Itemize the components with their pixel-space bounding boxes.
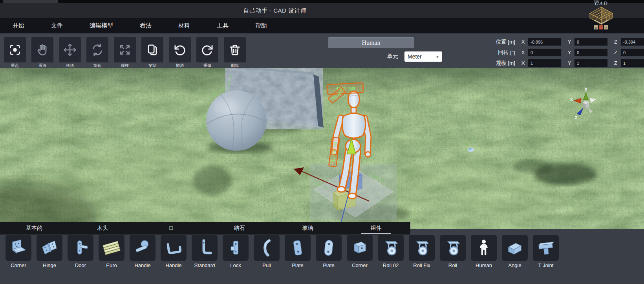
menu-help[interactable]: 帮助 [255,22,267,29]
scene-canvas[interactable]: 1,800 mm 1,000 mm 1,000 mm 1,160 mm 600 … [0,68,644,229]
palette-item-roll[interactable]: Roll [440,235,466,284]
palette-item-handle[interactable]: Handle [161,235,187,284]
menu-file[interactable]: 文件 [51,22,63,29]
grass-ground[interactable] [0,68,644,229]
toolbar-button-label: 撤消 [176,63,184,68]
palette-item-pull[interactable]: Pull [254,235,280,284]
unit-select[interactable]: Meter ▼ [404,51,442,62]
menu-material[interactable]: 材料 [178,22,190,29]
viewport-3d[interactable]: 1,800 mm 1,000 mm 1,000 mm 1,160 mm 600 … [0,68,644,229]
menu-bar: 开始 文件 编辑模型 看法 材料 工具 帮助 [0,18,644,33]
position-z-field[interactable] [620,38,644,46]
delete-icon [224,37,246,62]
menu-start[interactable]: 开始 [13,22,24,29]
toolbar-undo-button[interactable]: 撤消 [169,37,191,68]
palette-item-hinge[interactable]: Hinge [37,235,62,284]
axis-y-label: Y [567,60,572,66]
palette-item-angle[interactable]: Angle [502,235,528,284]
palette-item-t-joint[interactable]: T Joint [533,235,559,284]
palette-item-label: T Joint [538,262,554,268]
lock-icon [223,235,249,261]
tab-glass[interactable]: 玻璃 [274,222,342,235]
tab-stone[interactable]: 结石 [205,222,274,235]
rotation-z-field[interactable] [620,48,644,57]
window-top-strip [0,0,644,3]
move-icon [59,37,81,62]
palette-item-label: Lock [230,262,241,268]
toolbar-button-label: 规模 [121,63,129,68]
toolbar-button-label: 重做 [203,63,211,68]
rotation-x-field[interactable] [528,48,562,57]
title-bar: 自己动手 - CAD 设计师 [0,3,644,18]
toolbar-button-label: 复制 [148,63,156,68]
menu-tools[interactable]: 工具 [217,22,229,29]
svg-text:I: I [600,26,601,29]
palette-item-standard[interactable]: Standard [192,235,218,284]
palette-item-handle[interactable]: Handle [130,235,156,284]
palette-item-label: Handle [134,262,150,268]
palette-item-corner[interactable]: Corner [347,235,373,284]
axis-y-label: Y [567,39,572,45]
palette-item-euro[interactable]: Euro [99,235,124,284]
rotation-y-field[interactable] [574,48,608,57]
axis-z-label: Z [613,60,618,66]
toolbar-button-label: 删除 [231,63,239,68]
palette-item-roll-02[interactable]: Roll 02 [378,235,404,284]
redo-icon [196,37,218,62]
scale-label: 规模 [m] [471,60,515,67]
unit-select-value: Meter [408,53,422,60]
axis-x-label: X [521,49,525,55]
chevron-down-icon: ▼ [435,55,439,59]
pallet-icon [99,235,124,261]
toolbar-delete-button[interactable]: 删除 [224,37,246,68]
gizmo-z-label: z [575,115,577,120]
corner-bracket-icon [5,235,31,261]
toolbar-hand-button[interactable]: 看法 [31,37,53,68]
scale-y-field[interactable] [574,59,608,67]
toolbar-rotate-button[interactable]: 旋转 [86,37,108,68]
palette-item-corner[interactable]: Corner [5,235,31,284]
hinge-icon [37,235,62,261]
palette-item-label: Standard [194,262,215,268]
toolbar-button-label: 旋转 [93,63,101,68]
palette-item-plate[interactable]: Plate [316,235,342,284]
palette-item-human[interactable]: Human [471,235,497,284]
gizmo-x-label: x [570,97,573,102]
scale-x-field[interactable] [528,59,562,67]
tab-wood[interactable]: 木头 [68,222,137,235]
palette-item-label: Roll Fix [413,262,430,268]
pull-icon [254,235,280,261]
tab-unknown[interactable]: □ [137,222,205,235]
sphere-object[interactable] [206,90,267,151]
toolbar-scale-button[interactable]: 规模 [114,37,136,68]
palette-item-door[interactable]: Door [68,235,93,284]
tab-components[interactable]: 组件 [342,222,410,235]
menu-edit-model[interactable]: 编辑模型 [90,22,113,29]
undo-icon [169,37,191,62]
tab-basic[interactable]: 基本的 [0,222,68,235]
palette-item-lock[interactable]: Lock [223,235,249,284]
hand-icon [31,37,53,62]
palette-item-plate[interactable]: Plate [285,235,311,284]
position-y-field[interactable] [574,38,608,46]
handle-u-icon [161,235,187,261]
toolbar-redo-button[interactable]: 重做 [196,37,218,68]
handle-bar-icon [192,235,218,261]
menu-view[interactable]: 看法 [140,22,152,29]
svg-text:D: D [595,26,597,29]
toolbar-copy-button[interactable]: 复制 [141,37,163,68]
palette-item-label: Handle [165,262,181,268]
toolbar-focus-button[interactable]: 重点 [4,37,26,68]
selected-object-name-field[interactable] [328,37,414,48]
corner-3d-icon [347,235,373,261]
palette-item-label: Angle [508,262,521,268]
position-x-field[interactable] [528,38,562,46]
scale-z-field[interactable] [620,59,644,67]
position-row: 位置 [m] X Y Z [471,37,644,47]
plate-oval-icon [316,235,342,261]
rotation-row: 回转 [°] X Y Z [471,48,644,57]
door-handle-icon [68,235,93,261]
toolbar-button-label: 看法 [38,63,46,68]
palette-item-roll-fix[interactable]: Roll Fix [409,235,435,284]
toolbar-move-button[interactable]: 移动 [59,37,81,68]
